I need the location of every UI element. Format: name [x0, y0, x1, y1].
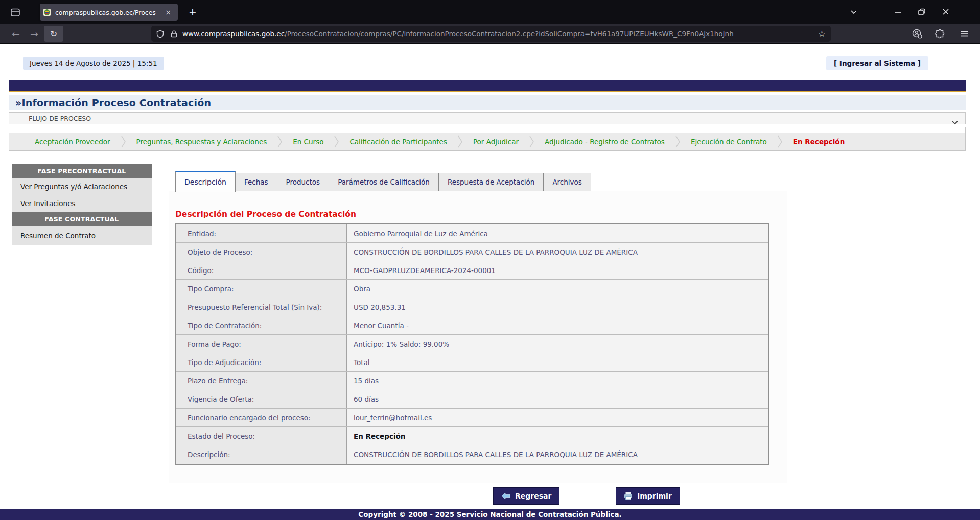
table-row: Tipo de Contratación:Menor Cuantía - [176, 316, 768, 335]
window-close-button[interactable] [937, 4, 954, 19]
row-label: Forma de Pago: [176, 335, 347, 353]
url-domain: www.compraspublicas.gob.ec [182, 30, 285, 38]
chevron-right-icon [277, 135, 283, 148]
row-value: Menor Cuantía - [347, 316, 768, 334]
process-details-table: Entidad:Gobierno Parroquial de Luz de Am… [175, 223, 769, 465]
row-value: MCO-GADPRLUZDEAMERICA-2024-00001 [347, 261, 768, 279]
chevron-right-icon [675, 135, 681, 148]
row-value: Gobierno Parroquial de Luz de América [347, 224, 768, 242]
row-label: Vigencia de Oferta: [176, 390, 347, 408]
tab-list-chevron-icon[interactable] [845, 4, 862, 19]
chevron-down-icon[interactable] [952, 117, 958, 127]
datetime-display: Jueves 14 de Agosto de 2025 | 15:51 [23, 57, 164, 70]
row-label: Tipo de Adjudicación: [176, 353, 347, 371]
table-row: Código:MCO-GADPRLUZDEAMERICA-2024-00001 [176, 261, 768, 280]
sidebar-section-contractual: FASE CONTRACTUAL [12, 212, 152, 226]
step-aceptacion-proveedor: Aceptación Proveedor [35, 138, 110, 146]
row-label: Presupuesto Referencial Total (Sin Iva): [176, 298, 347, 316]
table-row: Vigencia de Oferta:60 días [176, 390, 768, 409]
row-value: 60 días [347, 390, 768, 408]
table-row: Entidad:Gobierno Parroquial de Luz de Am… [176, 224, 768, 243]
reload-button[interactable]: ↻ [44, 26, 63, 42]
tab-title: compraspublicas.gob.ec/Proces [55, 9, 162, 16]
chevron-right-icon [121, 135, 126, 148]
sidebar-items-contractual: Resumen de Contrato [12, 226, 152, 245]
tab-archivos[interactable]: Archivos [543, 173, 591, 191]
row-label: Descripción: [176, 445, 347, 464]
site-favicon-icon [43, 8, 51, 16]
table-row: Forma de Pago:Anticipo: 1% Saldo: 99.00% [176, 335, 768, 353]
table-row: Descripción:CONSTRUCCIÓN DE BORDILLOS PA… [176, 445, 768, 464]
detail-tabs: Descripción Fechas Productos Parámetros … [176, 170, 591, 191]
step-en-curso: En Curso [293, 138, 323, 146]
sidebar-section-precontractual: FASE PRECONTRACTUAL [12, 164, 152, 178]
title-strip: »Información Proceso Contratación [9, 95, 966, 110]
table-row: Estado del Proceso:En Recepción [176, 427, 768, 445]
tab-respuesta-aceptacion[interactable]: Respuesta de Aceptación [438, 173, 544, 191]
bookmark-star-icon[interactable]: ☆ [818, 29, 826, 39]
chevron-right-icon [777, 135, 783, 148]
sidebar-item-ver-invitaciones[interactable]: Ver Invitaciones [12, 195, 152, 212]
sidebar: FASE PRECONTRACTUAL Ver Preguntas y/ó Ac… [12, 164, 152, 245]
regresar-button[interactable]: Regresar [493, 487, 559, 505]
detail-heading: Descripción del Proceso de Contratación [175, 210, 356, 219]
browser-tab[interactable]: compraspublicas.gob.ec/Proces × [40, 4, 178, 21]
url-text[interactable]: www.compraspublicas.gob.ec/ProcesoContra… [182, 30, 814, 38]
menu-hamburger-icon[interactable] [956, 27, 973, 41]
back-arrow-icon [501, 492, 510, 500]
step-por-adjudicar: Por Adjudicar [473, 138, 519, 146]
row-label: Código: [176, 261, 347, 279]
tab-fechas[interactable]: Fechas [235, 173, 277, 191]
table-row: Funcionario encargado del proceso:lour_f… [176, 409, 768, 427]
table-row: Plazo de Entrega:15 dias [176, 372, 768, 390]
process-flow-label: FLUJO DE PROCESO [9, 115, 91, 122]
regresar-label: Regresar [515, 492, 551, 500]
header-band [9, 80, 966, 91]
row-value: Total [347, 353, 768, 371]
url-fade-overlay [777, 26, 812, 41]
row-value: Anticipo: 1% Saldo: 99.00% [347, 335, 768, 353]
page-title: »Información Proceso Contratación [9, 97, 211, 108]
process-flow-dropdown[interactable]: FLUJO DE PROCESO [9, 112, 966, 124]
extensions-puzzle-icon[interactable] [932, 27, 948, 41]
table-row: Objeto de Proceso:CONSTRUCCIÓN DE BORDIL… [176, 243, 768, 261]
url-bar[interactable]: www.compraspublicas.gob.ec/ProcesoContra… [151, 26, 831, 42]
step-calificacion: Calificación de Participantes [349, 138, 447, 146]
row-value: Obra [347, 280, 768, 298]
sidebar-item-ver-preguntas[interactable]: Ver Preguntas y/ó Aclaraciones [12, 178, 152, 195]
shield-icon[interactable] [156, 30, 164, 38]
row-value: CONSTRUCCIÓN DE BORDILLOS PARA CALLES DE… [347, 445, 768, 464]
login-link[interactable]: [ Ingresar al Sistema ] [826, 56, 928, 70]
row-label: Entidad: [176, 224, 347, 242]
tab-descripcion[interactable]: Descripción [175, 171, 236, 192]
row-label: Tipo Compra: [176, 280, 347, 298]
process-steps-bar: Aceptación Proveedor Preguntas, Respuest… [9, 133, 965, 150]
tab-parametros-calificacion[interactable]: Parámetros de Calificación [329, 173, 439, 191]
window-minimize-button[interactable] [889, 4, 906, 19]
tab-close-icon[interactable]: × [162, 7, 174, 17]
row-label: Plazo de Entrega: [176, 372, 347, 390]
forward-button[interactable]: → [27, 27, 42, 41]
lock-icon[interactable] [171, 30, 177, 38]
tab-productos[interactable]: Productos [277, 173, 330, 191]
table-row: Presupuesto Referencial Total (Sin Iva):… [176, 298, 768, 316]
row-label: Tipo de Contratación: [176, 316, 347, 334]
step-adjudicado: Adjudicado - Registro de Contratos [545, 138, 665, 146]
step-preguntas: Preguntas, Respuestas y Aclaraciones [136, 138, 267, 146]
row-label: Estado del Proceso: [176, 427, 347, 445]
back-button[interactable]: ← [8, 27, 24, 41]
account-icon[interactable] [909, 27, 925, 41]
step-en-recepcion-current: En Recepción [793, 138, 845, 146]
browser-tab-bar: compraspublicas.gob.ec/Proces × + [0, 0, 980, 24]
row-value: 15 dias [347, 372, 768, 390]
url-path: /ProcesoContratacion/compras/PC/informac… [285, 30, 734, 38]
new-tab-button[interactable]: + [185, 5, 200, 19]
sidebar-item-resumen-contrato[interactable]: Resumen de Contrato [12, 226, 152, 245]
row-label: Objeto de Proceso: [176, 243, 347, 261]
row-value: CONSTRUCCIÓN DE BORDILLOS PARA CALLES DE… [347, 243, 768, 261]
imprimir-button[interactable]: Imprimir [616, 487, 680, 505]
step-ejecucion: Ejecución de Contrato [691, 138, 767, 146]
firefox-view-icon[interactable] [7, 6, 24, 19]
footer: Copyright © 2008 - 2025 Servicio Naciona… [0, 509, 980, 520]
window-restore-button[interactable] [913, 4, 930, 19]
